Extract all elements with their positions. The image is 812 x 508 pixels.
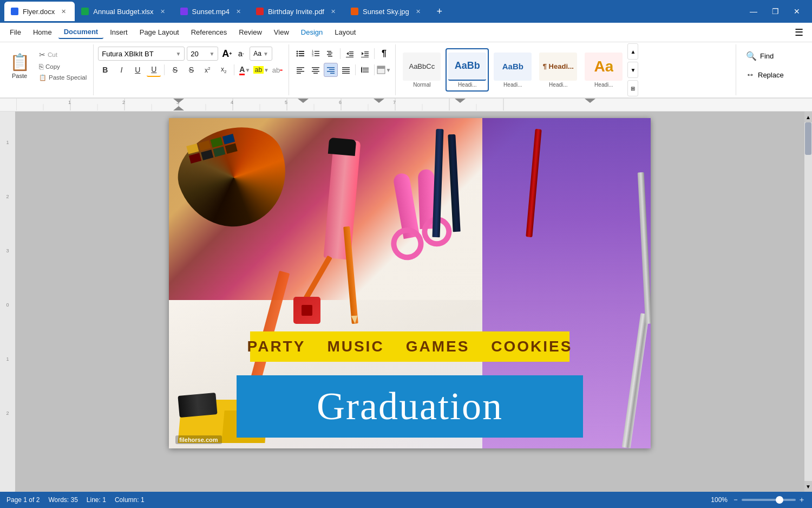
align-center-button[interactable] <box>309 63 323 77</box>
party-item-2: GAMES <box>406 338 470 355</box>
scissors-icon: ✂ <box>39 50 45 59</box>
line-spacing-button[interactable] <box>358 63 372 77</box>
close-button[interactable]: ✕ <box>786 0 808 23</box>
font-size-value: 20 <box>191 50 198 58</box>
tab-icon-birthday <box>256 8 264 15</box>
change-case-button[interactable]: Aa ▼ <box>250 47 272 61</box>
styles-expand[interactable]: ⊞ <box>627 80 638 96</box>
font-row-1: Futura XBlkIt BT ▼ 20 ▼ A+ a- Aa ▼ <box>98 47 284 61</box>
style-heading4-text: Aa <box>594 58 613 75</box>
menu-pagelayout[interactable]: Page Layout <box>134 26 185 38</box>
menu-document[interactable]: Document <box>58 25 104 39</box>
menu-layout[interactable]: Layout <box>329 26 361 38</box>
bold-button[interactable]: B <box>98 63 112 77</box>
show-hide-button[interactable]: ¶ <box>377 47 391 61</box>
decrease-indent-button[interactable] <box>343 47 357 61</box>
italic-button[interactable]: I <box>114 63 128 77</box>
highlight-color-button[interactable]: ab ▼ <box>254 63 268 77</box>
style-normal[interactable]: AaBbCc Normal <box>400 48 443 92</box>
zoom-slider[interactable] <box>742 499 796 501</box>
tab-close-sunsetsky[interactable]: ✕ <box>414 7 423 16</box>
style-heading3-text: ¶ Headi... <box>543 62 574 70</box>
zoom-control[interactable]: － ＋ <box>732 495 806 505</box>
vertical-scrollbar[interactable]: ▲ ▼ <box>804 112 812 492</box>
svg-text:5: 5 <box>285 100 287 105</box>
tab-close-birthday[interactable]: ✕ <box>329 7 338 16</box>
svg-rect-5 <box>299 55 304 56</box>
zoom-in-button[interactable]: ＋ <box>798 495 806 505</box>
tab-close-budget[interactable]: ✕ <box>158 7 167 16</box>
multilevel-list-button[interactable] <box>324 47 338 61</box>
document-page: PARTY MUSIC GAMES COOKIES Graduation fil… <box>169 118 651 448</box>
paste-button[interactable]: 📋 Paste <box>4 47 35 84</box>
font-size-increase-button[interactable]: A+ <box>220 47 233 60</box>
tab-budget[interactable]: Annual Budget.xlsx ✕ <box>75 2 173 21</box>
copy-icon: ⎘ <box>39 62 43 71</box>
tab-close-flyer[interactable]: ✕ <box>59 7 68 16</box>
font-color-button[interactable]: A ▼ <box>238 63 252 77</box>
paste-special-button[interactable]: 📋 Paste Special <box>37 73 89 82</box>
superscript-button[interactable]: x2 <box>200 63 214 77</box>
style-heading1[interactable]: AaBb Headi... <box>446 48 489 92</box>
svg-rect-18 <box>349 54 353 55</box>
tab-close-sunset[interactable]: ✕ <box>234 7 243 16</box>
menu-insert[interactable]: Insert <box>104 26 133 38</box>
replace-icon: ↔ <box>746 70 755 80</box>
menu-file[interactable]: File <box>4 26 27 38</box>
replace-label: Replace <box>758 71 784 79</box>
menu-design[interactable]: Design <box>296 26 328 38</box>
copy-button[interactable]: ⎘ Copy <box>37 61 89 72</box>
main-area: 1 2 3 0 1 2 <box>0 112 812 492</box>
tab-label-budget: Annual Budget.xlsx <box>93 8 153 16</box>
add-tab-button[interactable]: + <box>431 3 448 19</box>
subscript-button[interactable]: x2 <box>217 63 231 77</box>
styles-scroll-down[interactable]: ▼ <box>627 62 638 78</box>
tab-sunsetsky[interactable]: Sunset Sky.jpg ✕ <box>344 2 429 21</box>
restore-button[interactable]: ❐ <box>764 0 786 23</box>
increase-indent-button[interactable] <box>358 47 372 61</box>
tab-sunset[interactable]: Sunset.mp4 ✕ <box>174 2 250 21</box>
replace-button[interactable]: ↔ Replace <box>743 68 806 82</box>
styles-scroll-up[interactable]: ▲ <box>627 43 638 60</box>
bullets-button[interactable] <box>293 47 307 61</box>
tab-flyer[interactable]: Flyer.docx ✕ <box>4 2 75 21</box>
clear-formatting-button[interactable]: ab× <box>270 63 284 77</box>
svg-text:1: 1 <box>68 100 71 105</box>
svg-rect-11 <box>315 55 319 56</box>
svg-text:0: 0 <box>6 302 9 308</box>
document-area[interactable]: PARTY MUSIC GAMES COOKIES Graduation fil… <box>15 112 804 492</box>
cut-button[interactable]: ✂ Cut <box>37 49 89 60</box>
minimize-button[interactable]: — <box>743 0 764 23</box>
tab-birthday[interactable]: Birthday Invite.pdf ✕ <box>250 2 344 21</box>
menu-references[interactable]: References <box>186 26 232 38</box>
align-right-button[interactable] <box>324 63 338 77</box>
menu-home[interactable]: Home <box>28 26 57 38</box>
underline-button[interactable]: U <box>130 63 145 77</box>
align-left-button[interactable] <box>293 63 307 77</box>
zoom-out-button[interactable]: － <box>732 495 739 505</box>
menu-review[interactable]: Review <box>233 26 267 38</box>
font-size-selector[interactable]: 20 ▼ <box>187 47 218 61</box>
style-heading2[interactable]: AaBb Headi... <box>491 48 534 92</box>
menu-view[interactable]: View <box>269 26 294 38</box>
hamburger-menu-icon[interactable]: ☰ <box>790 24 808 41</box>
find-button[interactable]: 🔍 Find <box>743 49 806 63</box>
style-heading4[interactable]: Aa Headi... <box>582 48 625 92</box>
strikethrough-button[interactable]: S <box>168 63 182 77</box>
change-case-arrow: ▼ <box>263 51 269 57</box>
double-strikethrough-button[interactable]: S <box>184 63 198 77</box>
style-heading3-label: Headi... <box>549 82 567 88</box>
svg-marker-16 <box>346 52 349 55</box>
party-item-0: PARTY <box>247 338 306 355</box>
style-heading3[interactable]: ¶ Headi... Headi... <box>536 48 580 92</box>
svg-rect-27 <box>297 69 302 70</box>
underline2-button[interactable]: U <box>147 63 161 77</box>
justify-button[interactable] <box>339 63 353 77</box>
shading-button[interactable]: ▼ <box>377 63 391 77</box>
font-size-decrease-button[interactable]: a- <box>234 47 247 60</box>
font-family-selector[interactable]: Futura XBlkIt BT ▼ <box>98 47 185 61</box>
numbering-button[interactable]: 1.2.3. <box>309 47 323 61</box>
paste-small-buttons: ✂ Cut ⎘ Copy 📋 Paste Special <box>37 49 89 82</box>
svg-rect-41 <box>342 73 350 74</box>
svg-point-4 <box>297 55 298 57</box>
